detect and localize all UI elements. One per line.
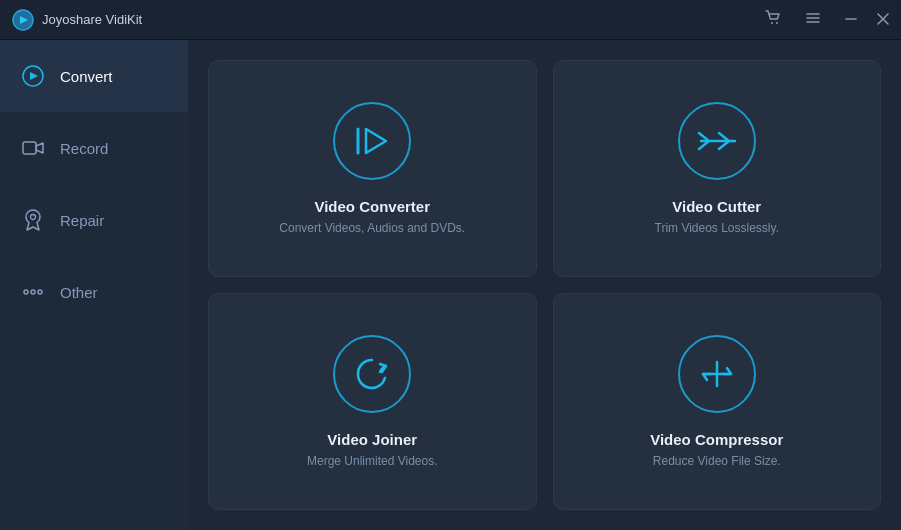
video-converter-icon-wrap <box>333 102 411 180</box>
video-compressor-card[interactable]: Video Compressor Reduce Video File Size. <box>553 293 882 510</box>
app-logo <box>12 9 34 31</box>
menu-icon[interactable] <box>801 8 825 31</box>
main-layout: Convert Record Repair <box>0 40 901 530</box>
video-converter-card[interactable]: Video Converter Convert Videos, Audios a… <box>208 60 537 277</box>
convert-icon <box>20 63 46 89</box>
repair-icon <box>20 207 46 233</box>
repair-label: Repair <box>60 212 104 229</box>
video-joiner-desc: Merge Unlimited Videos. <box>307 454 438 468</box>
svg-point-11 <box>31 215 36 220</box>
content-area: Video Converter Convert Videos, Audios a… <box>188 40 901 530</box>
video-joiner-title: Video Joiner <box>327 431 417 448</box>
video-converter-desc: Convert Videos, Audios and DVDs. <box>279 221 465 235</box>
video-cutter-icon-wrap <box>678 102 756 180</box>
video-cutter-card[interactable]: Video Cutter Trim Videos Losslessly. <box>553 60 882 277</box>
minimize-button[interactable] <box>841 10 861 30</box>
other-label: Other <box>60 284 98 301</box>
title-bar: Joyoshare VidiKit <box>0 0 901 40</box>
sidebar-item-other[interactable]: Other <box>0 256 188 328</box>
svg-point-12 <box>24 290 28 294</box>
sidebar-item-convert[interactable]: Convert <box>0 40 188 112</box>
sidebar-item-record[interactable]: Record <box>0 112 188 184</box>
video-joiner-card[interactable]: Video Joiner Merge Unlimited Videos. <box>208 293 537 510</box>
cart-icon[interactable] <box>761 8 785 31</box>
svg-rect-10 <box>23 142 36 154</box>
other-icon <box>20 279 46 305</box>
app-title: Joyoshare VidiKit <box>42 12 761 27</box>
window-controls <box>761 8 889 31</box>
close-button[interactable] <box>877 11 889 29</box>
video-joiner-icon-wrap <box>333 335 411 413</box>
svg-point-13 <box>31 290 35 294</box>
svg-point-2 <box>776 22 778 24</box>
sidebar-item-repair[interactable]: Repair <box>0 184 188 256</box>
record-label: Record <box>60 140 108 157</box>
video-cutter-desc: Trim Videos Losslessly. <box>655 221 779 235</box>
record-icon <box>20 135 46 161</box>
video-cutter-title: Video Cutter <box>672 198 761 215</box>
video-compressor-desc: Reduce Video File Size. <box>653 454 781 468</box>
svg-point-1 <box>771 22 773 24</box>
convert-label: Convert <box>60 68 113 85</box>
svg-point-14 <box>38 290 42 294</box>
svg-marker-15 <box>366 129 386 153</box>
video-converter-title: Video Converter <box>314 198 430 215</box>
video-compressor-title: Video Compressor <box>650 431 783 448</box>
video-compressor-icon-wrap <box>678 335 756 413</box>
sidebar: Convert Record Repair <box>0 40 188 530</box>
